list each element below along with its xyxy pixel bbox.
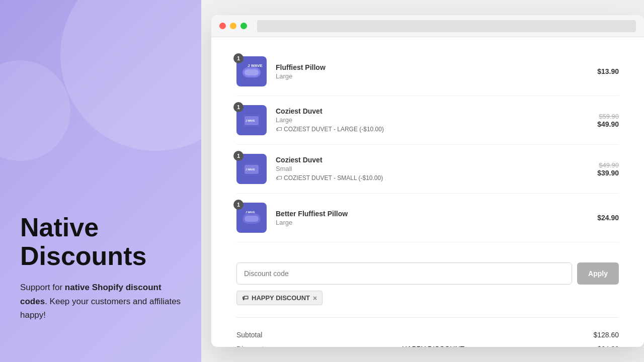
discount-section: Apply 🏷 HAPPY DISCOUNT ×: [236, 252, 619, 305]
product-discount-tag: 🏷 COZIEST DUVET - LARGE (-$10.00): [276, 126, 384, 133]
discount-amount: - $64.30: [593, 345, 619, 347]
right-panel: J WAVE 1 Fluffiest Pillow Large $13.90: [201, 0, 644, 362]
svg-text:J WAVE: J WAVE: [246, 168, 255, 171]
hero-title: Native Discounts: [20, 213, 181, 270]
address-bar: [257, 20, 636, 32]
discount-code-name: HAPPY DISCOUNT: [402, 345, 464, 347]
decorative-circle-large: [60, 0, 201, 151]
tag-icon: 🏷: [276, 174, 282, 182]
product-name: Better Fluffiest Pillow: [276, 210, 588, 218]
product-image-wrap: J WAVE 1: [236, 56, 267, 86]
product-name: Fluffiest Pillow: [276, 63, 588, 71]
decorative-circle-small: [0, 60, 70, 161]
discount-tag-label: HAPPY DISCOUNT: [252, 294, 310, 302]
discount-coin-icon: 🏷: [392, 345, 399, 347]
browser-content: J WAVE 1 Fluffiest Pillow Large $13.90: [211, 37, 644, 347]
subtotal-row: Subtotal $128.60: [236, 328, 619, 342]
discount-row-label: Discount: [236, 345, 264, 347]
product-image-wrap: J WAVE 1: [236, 203, 267, 233]
subtotal-value: $128.60: [593, 331, 619, 339]
svg-text:J WAVE: J WAVE: [248, 63, 263, 68]
apply-discount-button[interactable]: Apply: [577, 262, 619, 285]
browser-window: J WAVE 1 Fluffiest Pillow Large $13.90: [211, 15, 644, 347]
svg-rect-10: [245, 216, 259, 222]
tag-icon: 🏷: [276, 126, 282, 133]
discount-row: Discount 🏷 HAPPY DISCOUNT - $64.30: [236, 342, 619, 347]
product-current-price: $49.90: [597, 120, 619, 128]
discount-code-display: 🏷 HAPPY DISCOUNT: [392, 345, 464, 347]
window-close-dot[interactable]: [219, 23, 226, 29]
hero-subtitle: Support for native Shopify discount code…: [20, 281, 181, 322]
discount-tag-icon: 🏷: [242, 294, 249, 302]
product-quantity-badge: 1: [233, 102, 244, 112]
product-name: Coziest Duvet: [276, 107, 588, 115]
product-current-price: $24.90: [597, 214, 619, 222]
remove-discount-icon[interactable]: ×: [313, 295, 317, 302]
subtotal-label: Subtotal: [236, 331, 262, 339]
product-variant: Small: [276, 165, 588, 172]
product-current-price: $39.90: [597, 169, 619, 177]
product-quantity-badge: 1: [233, 200, 244, 210]
window-minimize-dot[interactable]: [230, 23, 236, 29]
applied-discount-tag[interactable]: 🏷 HAPPY DISCOUNT ×: [236, 291, 323, 305]
product-price: $13.90: [597, 67, 619, 75]
product-variant: Large: [276, 116, 588, 124]
product-image-wrap: J WAVE 1: [236, 154, 267, 184]
product-price: $49.90 $39.90: [597, 161, 619, 177]
product-name: Coziest Duvet: [276, 156, 588, 164]
product-info: Better Fluffiest Pillow Large: [276, 210, 588, 226]
table-row: J WAVE 1 Coziest Duvet Large 🏷 COZIEST D…: [236, 96, 619, 145]
product-info: Fluffiest Pillow Large: [276, 63, 588, 80]
svg-text:J WAVE: J WAVE: [246, 211, 255, 214]
product-info: Coziest Duvet Small 🏷 COZIEST DUVET - SM…: [276, 156, 588, 182]
totals-section: Subtotal $128.60 Discount 🏷 HAPPY DISCOU…: [236, 317, 619, 347]
product-variant: Large: [276, 219, 588, 226]
product-quantity-badge: 1: [233, 151, 244, 161]
left-panel: Native Discounts Support for native Shop…: [0, 0, 201, 362]
product-info: Coziest Duvet Large 🏷 COZIEST DUVET - LA…: [276, 107, 588, 133]
product-discount-tag: 🏷 COZIEST DUVET - SMALL (-$10.00): [276, 174, 383, 182]
discount-code-input[interactable]: [236, 262, 572, 285]
table-row: J WAVE 1 Better Fluffiest Pillow Large $…: [236, 194, 619, 242]
product-quantity-badge: 1: [233, 53, 244, 63]
product-original-price: $49.90: [597, 161, 619, 169]
svg-rect-1: [245, 69, 259, 75]
window-maximize-dot[interactable]: [240, 23, 247, 29]
product-price: $24.90: [597, 214, 619, 222]
product-current-price: $13.90: [597, 67, 619, 75]
discount-input-row: Apply: [236, 262, 619, 285]
table-row: J WAVE 1 Coziest Duvet Small 🏷 COZIEST D…: [236, 145, 619, 194]
product-original-price: $59.90: [597, 113, 619, 120]
product-list: J WAVE 1 Fluffiest Pillow Large $13.90: [236, 47, 619, 242]
product-price: $59.90 $49.90: [597, 113, 619, 128]
product-image-wrap: J WAVE 1: [236, 105, 267, 135]
browser-titlebar: [211, 15, 644, 37]
table-row: J WAVE 1 Fluffiest Pillow Large $13.90: [236, 47, 619, 96]
product-variant: Large: [276, 72, 588, 80]
discount-tags: 🏷 HAPPY DISCOUNT ×: [236, 291, 619, 305]
svg-text:J WAVE: J WAVE: [246, 119, 255, 122]
